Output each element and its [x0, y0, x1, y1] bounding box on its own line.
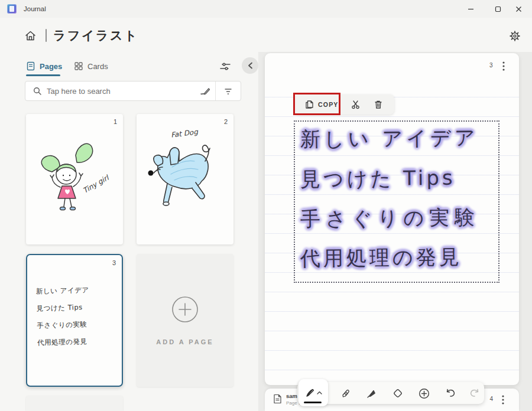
- plus-circle-icon: [419, 388, 430, 399]
- kebab-menu-icon: [502, 395, 504, 405]
- thumb-ink-line: 新しい アイデア: [35, 282, 89, 300]
- pages-tab-icon: [26, 61, 35, 71]
- search-bar: [25, 81, 241, 101]
- page-number: 2: [224, 118, 228, 125]
- ink-line-3: 手さぐりの実験: [300, 204, 481, 233]
- app-title: Journal: [24, 0, 46, 18]
- canvas-page-number: 3: [489, 62, 493, 68]
- marker-tool-button[interactable]: [363, 384, 381, 402]
- undo-icon: [445, 389, 456, 398]
- document-icon: [273, 394, 282, 404]
- pen-tool-button-active[interactable]: [299, 379, 328, 406]
- next-page-number: 4: [489, 396, 493, 402]
- delete-button[interactable]: [368, 94, 388, 115]
- add-page-label: ADD A PAGE: [156, 338, 213, 345]
- tab-cards[interactable]: Cards: [74, 59, 108, 73]
- thumb-ink-line: 代用処理の発見: [37, 333, 91, 351]
- view-options-icon: [219, 61, 231, 72]
- redo-icon: [469, 389, 480, 398]
- minimize-icon: [468, 6, 474, 12]
- page-number: 1: [113, 118, 117, 125]
- close-button[interactable]: [505, 0, 532, 18]
- insert-tool-button[interactable]: [415, 384, 433, 402]
- pen-color-indicator: [304, 402, 322, 404]
- add-page-plus-icon: [171, 296, 199, 323]
- tab-pages[interactable]: Pages: [26, 59, 62, 73]
- ink-line-2: 見つけた Tips: [300, 165, 456, 194]
- thumb-ink-line: 手さぐりの実験: [37, 316, 90, 334]
- filter-icon: [224, 87, 232, 95]
- thumb-ink-line: 見つけた Tips: [36, 299, 90, 317]
- kebab-menu-icon: [502, 61, 505, 71]
- page-thumbnail-1[interactable]: 1 Tiny girl: [26, 114, 123, 244]
- page-number: 3: [112, 259, 116, 266]
- header-divider: [46, 29, 47, 42]
- trash-icon: [374, 100, 382, 109]
- redo-button[interactable]: [466, 384, 484, 402]
- highlighter-tool-button[interactable]: [337, 384, 355, 402]
- marker-icon: [366, 388, 377, 399]
- scissors-icon: [351, 100, 360, 109]
- handwriting-pen-icon: [200, 86, 210, 96]
- journal-title: ラフイラスト: [53, 27, 138, 44]
- maximize-icon: [495, 6, 501, 12]
- journal-app-icon: [7, 4, 17, 14]
- gear-icon: [509, 30, 521, 42]
- page-thumbnail-2[interactable]: 2 Fat Dog: [137, 114, 233, 244]
- eraser-icon: [392, 388, 403, 399]
- ink-line-1: 新しい アイデア: [300, 124, 479, 153]
- pen-icon: [305, 388, 315, 398]
- cards-tab-label: Cards: [87, 62, 108, 71]
- eraser-tool-button[interactable]: [389, 384, 407, 402]
- undo-button[interactable]: [442, 384, 459, 402]
- settings-button[interactable]: [507, 28, 523, 44]
- view-options-button[interactable]: [218, 60, 232, 74]
- cut-button[interactable]: [346, 94, 366, 115]
- next-page-menu-button[interactable]: [498, 394, 508, 406]
- page-thumbnail-3-selected[interactable]: 3 新しい アイデア 見つけた Tips 手さぐりの実験 代用処理の発見: [26, 254, 123, 387]
- search-filter-button[interactable]: [216, 81, 241, 100]
- close-icon: [515, 6, 522, 12]
- cards-tab-icon: [74, 61, 83, 71]
- add-page-button[interactable]: ADD A PAGE: [137, 254, 233, 387]
- canvas-page-menu-button[interactable]: [498, 60, 509, 72]
- pages-tab-label: Pages: [40, 62, 62, 71]
- ink-search-button[interactable]: [195, 81, 215, 100]
- chevron-left-icon: [248, 62, 253, 69]
- add-page-content: ADD A PAGE: [137, 254, 233, 387]
- copy-annotation-highlight: [293, 93, 340, 115]
- search-input[interactable]: [47, 87, 195, 96]
- home-button[interactable]: [22, 28, 38, 43]
- active-tab-underline: [26, 74, 60, 76]
- search-icon: [33, 87, 41, 95]
- page-thumbnail-5-partial[interactable]: [26, 396, 123, 411]
- highlighter-icon: [340, 388, 352, 399]
- collapse-panel-button[interactable]: [242, 57, 258, 74]
- minimize-button[interactable]: [457, 0, 484, 18]
- home-icon: [24, 30, 37, 42]
- ink-line-4: 代用処理の発見: [300, 244, 462, 273]
- title-bar: Journal: [0, 0, 532, 18]
- thumbnail-ink-text: 新しい アイデア 見つけた Tips 手さぐりの実験 代用処理の発見: [35, 282, 90, 351]
- chevron-up-icon: [317, 391, 322, 394]
